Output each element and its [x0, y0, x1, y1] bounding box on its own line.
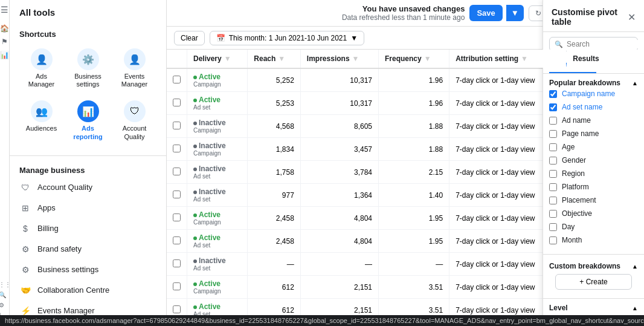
status-bar: https://business.facebook.com/adsmanager… [0, 315, 644, 326]
row-frequency: 3.51 [379, 276, 449, 299]
popular-item[interactable]: Placement [549, 194, 638, 207]
popular-item-label: Day [562, 223, 575, 231]
date-filter-button[interactable]: 📅 This month: 1 Jun 2021-10 Jun 2021 ▼ [210, 31, 364, 45]
col-frequency[interactable]: Frequency ▼ [379, 50, 449, 68]
popular-item-label: Month [562, 236, 582, 244]
popular-item[interactable]: Objective [549, 207, 638, 220]
col-impressions[interactable]: Impressions ▼ [300, 50, 378, 68]
row-checkbox-cell[interactable] [167, 207, 187, 230]
row-reach: 5,253 [248, 92, 301, 115]
popular-item[interactable]: Gender [549, 154, 638, 167]
create-button[interactable]: + Create [555, 274, 632, 290]
row-checkbox-cell[interactable] [167, 115, 187, 138]
row-checkbox[interactable] [173, 259, 181, 267]
row-checkbox[interactable] [173, 282, 181, 290]
shortcut-audiences[interactable]: 👥 Audiences [19, 96, 63, 145]
popular-item-checkbox[interactable] [549, 223, 557, 231]
popular-item-checkbox[interactable] [549, 210, 557, 218]
popular-item-label: Gender [562, 156, 586, 165]
sidebar-item-account-quality[interactable]: 🛡 Account Quality [10, 177, 166, 198]
row-checkbox-cell[interactable] [167, 184, 187, 207]
nav-icon-dots: ⋮⋮ [0, 281, 11, 288]
row-checkbox[interactable] [173, 122, 181, 129]
custom-breakdowns-header[interactable]: Custom breakdowns ▲ [549, 262, 638, 270]
business-settings-icon: ⚙ [19, 264, 31, 276]
sidebar-item-billing[interactable]: $ Billing [10, 218, 166, 239]
sidebar-item-brand-safety[interactable]: ⚙ Brand safety [10, 239, 166, 259]
popular-item[interactable]: Page name [549, 127, 638, 140]
popular-item-checkbox[interactable] [549, 236, 557, 244]
shortcut-account-quality[interactable]: 🛡 Account Quality [112, 96, 156, 145]
col-delivery[interactable]: Delivery ▼ [187, 50, 248, 68]
sidebar-item-business-settings[interactable]: ⚙ Business settings [10, 259, 166, 280]
level-header[interactable]: Level ▲ [549, 304, 638, 312]
popular-item[interactable]: Campaign name [549, 87, 638, 100]
sort-icon: ▼ [224, 54, 231, 63]
row-delivery: Active Campaign [187, 276, 248, 299]
shortcut-business-settings[interactable]: ⚙️ Business settings [66, 44, 110, 93]
row-checkbox[interactable] [173, 168, 181, 175]
billing-icon: $ [19, 223, 31, 235]
unsaved-changes: You have unsaved changes Data refreshed … [342, 4, 465, 22]
row-checkbox[interactable] [173, 214, 181, 221]
panel-close-button[interactable]: ✕ [628, 11, 636, 23]
popular-item-checkbox[interactable] [549, 170, 557, 178]
shortcut-events-manager[interactable]: 👤 Events Manager [112, 44, 156, 93]
row-checkbox[interactable] [173, 99, 181, 106]
search-input[interactable] [567, 40, 644, 48]
row-checkbox[interactable] [173, 145, 181, 152]
status-dot [193, 145, 197, 148]
popular-breakdowns-section: Popular breakdowns ▲ Campaign name Ad se… [543, 74, 644, 252]
shortcut-account-quality-label: Account Quality [115, 125, 154, 140]
popular-item-checkbox[interactable] [549, 90, 557, 98]
popular-item-checkbox[interactable] [549, 183, 557, 191]
popular-item[interactable]: Ad set name [549, 100, 638, 114]
row-checkbox-cell[interactable] [167, 276, 187, 299]
shortcut-events-manager-icon: 👤 [124, 48, 146, 70]
sidebar-item-apps[interactable]: ⊞ Apps [10, 198, 166, 218]
row-impressions: 4,804 [300, 207, 378, 230]
save-dropdown-button[interactable]: ▼ [506, 5, 524, 21]
save-button[interactable]: Save [469, 5, 502, 21]
popular-item[interactable]: Ad name [549, 114, 638, 127]
row-checkbox-cell[interactable] [167, 68, 187, 92]
row-checkbox[interactable] [173, 191, 181, 198]
popular-item[interactable]: Month [549, 233, 638, 247]
unsaved-subtitle: Data refreshed less than 1 minute ago [342, 13, 465, 22]
popular-item-checkbox[interactable] [549, 130, 557, 138]
row-checkbox-cell[interactable] [167, 161, 187, 184]
clear-button[interactable]: Clear [174, 31, 205, 45]
row-checkbox-cell[interactable] [167, 138, 187, 161]
col-attribution[interactable]: Attribution setting ▼ [449, 50, 567, 68]
popular-item-checkbox[interactable] [549, 197, 557, 204]
nav-icon-flag: ⚑ [1, 37, 8, 46]
popular-item[interactable]: Region [549, 167, 638, 180]
col-reach[interactable]: Reach ▼ [248, 50, 301, 68]
popular-item[interactable]: Platform [549, 180, 638, 194]
sidebar-item-collaboration[interactable]: 🤝 Collaboration Centre [10, 280, 166, 301]
nav-icon-search[interactable]: 🔍 [0, 292, 11, 298]
status-dot [193, 282, 197, 286]
col-results[interactable]: Results [567, 50, 644, 68]
collapse-icon: ▲ [632, 80, 638, 86]
nav-icon-menu[interactable]: ☰ [1, 5, 8, 15]
nav-icon-gear[interactable]: ⚙ [0, 302, 11, 308]
row-checkbox[interactable] [173, 236, 181, 244]
row-checkbox-cell[interactable] [167, 253, 187, 276]
row-frequency: 1.96 [379, 92, 449, 115]
popular-item-checkbox[interactable] [549, 157, 557, 165]
shortcut-ads-reporting[interactable]: 📊 Ads reporting [66, 96, 110, 145]
popular-item[interactable]: Age [549, 140, 638, 154]
popular-item-checkbox[interactable] [549, 117, 557, 125]
popular-item-checkbox[interactable] [549, 103, 557, 111]
shortcut-ads-manager[interactable]: 👤 Ads Manager [19, 44, 63, 93]
popular-item[interactable]: Day [549, 220, 638, 233]
popular-breakdowns-header[interactable]: Popular breakdowns ▲ [549, 79, 638, 87]
row-checkbox[interactable] [173, 76, 181, 83]
popular-item-label: Placement [562, 196, 596, 204]
popular-item-checkbox[interactable] [549, 143, 557, 151]
collaboration-icon: 🤝 [19, 284, 31, 296]
row-checkbox[interactable] [173, 305, 181, 313]
row-checkbox-cell[interactable] [167, 92, 187, 115]
row-checkbox-cell[interactable] [167, 230, 187, 253]
